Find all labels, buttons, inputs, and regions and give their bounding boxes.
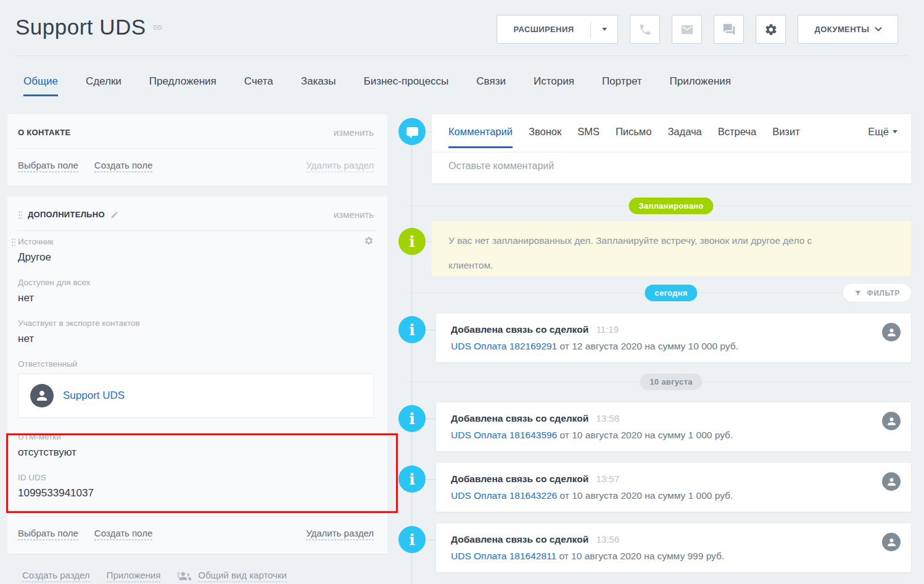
filter-label: ФИЛЬТР — [867, 289, 900, 298]
copy-link-icon[interactable] — [152, 22, 163, 33]
extensions-dropdown-toggle[interactable] — [591, 28, 617, 31]
avatar[interactable] — [882, 472, 901, 491]
about-delete-section-link[interactable]: Удалить раздел — [306, 160, 374, 172]
composer-more-label: Ещё — [868, 126, 889, 138]
tab-quotes[interactable]: Предложения — [149, 75, 217, 96]
email-button[interactable] — [672, 15, 702, 44]
chat-button[interactable] — [714, 15, 744, 44]
deal-link[interactable]: UDS Оплата 181642811 — [451, 551, 556, 561]
avatar — [30, 384, 54, 407]
card-view-link-wrap[interactable]: Общий вид карточки — [177, 570, 287, 582]
entry-time: 13:57 — [596, 473, 619, 484]
info-marker-green-icon: i — [398, 228, 426, 255]
field-utm-value: отсутствуют — [18, 446, 374, 459]
documents-label: ДОКУМЕНТЫ — [815, 25, 870, 34]
field-settings-gear-icon[interactable] — [364, 236, 374, 246]
additional-create-field-link[interactable]: Создать поле — [94, 528, 152, 540]
entry-title: Добавлена связь со сделкой — [451, 413, 588, 423]
tab-general[interactable]: Общие — [23, 75, 58, 96]
comment-marker-icon — [398, 118, 426, 145]
entry-title: Добавлена связь со сделкой — [451, 324, 588, 335]
field-utm-label: UTM-метки — [18, 432, 61, 441]
composer-tab-comment[interactable]: Комментарий — [448, 126, 513, 148]
tab-relations[interactable]: Связи — [476, 75, 506, 96]
entry-text: от 12 августа 2020 на сумму 10 000 руб. — [560, 341, 738, 351]
page-title: Support UDS — [15, 15, 163, 40]
avatar[interactable] — [882, 323, 901, 341]
field-responsible-label: Ответственный — [18, 359, 77, 369]
documents-button[interactable]: ДОКУМЕНТЫ — [798, 15, 898, 44]
additional-section-title: ДОПОЛНИТЕЛЬНО — [28, 210, 105, 219]
funnel-icon — [854, 290, 862, 297]
apps-link[interactable]: Приложения — [107, 570, 161, 582]
info-marker-icon: i — [398, 405, 426, 432]
entry-text: от 10 августа 2020 на сумму 1 000 руб. — [560, 430, 733, 440]
field-source: Источник Другое — [18, 237, 374, 264]
additional-delete-section-link[interactable]: Удалить раздел — [306, 528, 374, 540]
person-icon — [886, 476, 897, 488]
comment-input[interactable] — [448, 161, 894, 172]
rename-section-pencil-icon[interactable] — [110, 211, 119, 219]
field-export-value: нет — [18, 333, 374, 345]
composer-tab-email[interactable]: Письмо — [616, 126, 651, 148]
field-drag-handle-icon[interactable] — [11, 238, 15, 246]
caret-down-icon — [602, 28, 607, 31]
additional-section: ДОПОЛНИТЕЛЬНО изменить Источник Другое Д… — [7, 196, 387, 554]
call-button[interactable] — [630, 15, 660, 44]
composer-tab-sms[interactable]: SMS — [577, 126, 600, 148]
chat-icon — [722, 23, 736, 36]
composer-more-menu[interactable]: Ещё — [868, 126, 897, 138]
entry-time: 11:19 — [596, 324, 618, 335]
deal-link[interactable]: UDS Оплата 182169291 — [451, 341, 557, 351]
person-icon — [886, 415, 897, 427]
filter-button[interactable]: ФИЛЬТР — [843, 284, 911, 302]
person-icon — [886, 536, 897, 548]
tab-deals[interactable]: Сделки — [86, 75, 122, 96]
tab-portrait[interactable]: Портрет — [602, 75, 642, 96]
additional-select-field-link[interactable]: Выбрать поле — [18, 528, 78, 540]
create-section-link[interactable]: Создать раздел — [22, 570, 90, 582]
tab-invoices[interactable]: Счета — [244, 75, 273, 96]
entry-title: Добавлена связь со сделкой — [451, 534, 588, 544]
field-source-value: Другое — [18, 251, 374, 264]
section-drag-handle-icon[interactable] — [18, 211, 22, 219]
caret-down-icon — [893, 130, 897, 133]
about-create-field-link[interactable]: Создать поле — [94, 160, 152, 172]
today-badge: сегодня — [645, 285, 697, 301]
about-select-field-link[interactable]: Выбрать поле — [18, 160, 78, 172]
about-edit-link[interactable]: изменить — [334, 127, 374, 138]
speech-bubble-icon — [406, 127, 418, 136]
composer-tab-call[interactable]: Звонок — [529, 126, 561, 148]
deal-link[interactable]: UDS Оплата 181643596 — [451, 430, 557, 440]
header-divider — [15, 56, 909, 56]
gear-icon — [764, 23, 778, 36]
tab-apps[interactable]: Приложения — [670, 75, 731, 96]
no-planned-notice: У вас нет запланированных дел. Запланиру… — [432, 221, 911, 276]
responsible-card[interactable]: Support UDS — [18, 373, 374, 418]
timeline-line — [411, 131, 412, 584]
tab-history[interactable]: История — [534, 75, 574, 96]
composer-tab-task[interactable]: Задача — [667, 126, 701, 148]
field-id-uds-label: ID UDS — [18, 473, 46, 482]
card-view-link[interactable]: Общий вид карточки — [198, 570, 287, 582]
entry-text: от 10 августа 2020 на сумму 999 руб. — [559, 551, 724, 561]
responsible-name-link[interactable]: Support UDS — [63, 390, 125, 402]
timeline-connector — [426, 330, 436, 330]
avatar[interactable] — [882, 412, 901, 430]
extensions-button[interactable]: РАСШИРЕНИЯ — [497, 15, 618, 44]
composer-tab-meeting[interactable]: Встреча — [718, 126, 756, 148]
timeline-entry: Добавлена связь со сделкой 13:56 UDS Опл… — [436, 524, 911, 572]
field-id-uds-value: 1099533941037 — [18, 487, 374, 499]
avatar[interactable] — [882, 533, 901, 551]
planned-badge: Запланировано — [629, 198, 713, 214]
entry-text: от 10 августа 2020 на сумму 1 000 руб. — [560, 490, 733, 501]
info-marker-icon: i — [398, 465, 426, 493]
tab-orders[interactable]: Заказы — [301, 75, 336, 96]
tab-business-processes[interactable]: Бизнес-процессы — [364, 75, 449, 96]
deal-link[interactable]: UDS Оплата 181643226 — [451, 490, 557, 501]
composer-tab-visit[interactable]: Визит — [772, 126, 800, 148]
field-available-for-all: Доступен для всех нет — [18, 278, 374, 304]
additional-edit-link[interactable]: изменить — [334, 209, 374, 220]
settings-button[interactable] — [756, 15, 786, 44]
timeline-entry: Добавлена связь со сделкой 13:57 UDS Опл… — [436, 463, 911, 512]
